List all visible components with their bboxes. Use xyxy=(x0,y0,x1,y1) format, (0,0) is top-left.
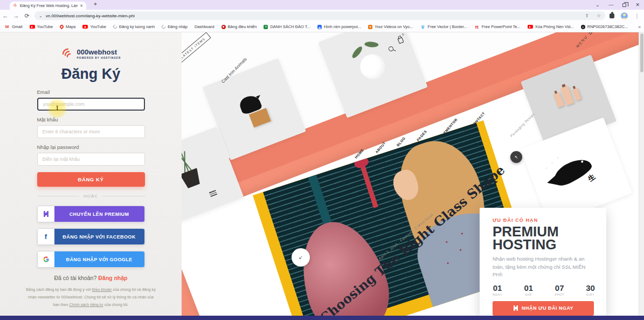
countdown-unit: GIỜ xyxy=(524,293,533,296)
bookmark-item[interactable]: Đăng nhập xyxy=(162,24,188,29)
restore-icon[interactable] xyxy=(622,3,626,7)
countdown-value: 01 xyxy=(524,283,533,292)
scrollbar-thumb[interactable] xyxy=(640,33,643,72)
offer-title-line2: HOSTING xyxy=(493,239,606,251)
bookmark-item[interactable]: Maps xyxy=(60,24,75,29)
signup-button[interactable]: ĐĂNG KÝ xyxy=(37,172,145,187)
page-scrollbar[interactable] xyxy=(639,32,644,316)
reload-icon[interactable]: ⟳ xyxy=(22,12,32,19)
extensions-icon[interactable] xyxy=(610,13,614,18)
crown-icon xyxy=(420,24,426,30)
bookmark-item[interactable]: Bảng điều khiển xyxy=(221,24,257,29)
countdown-timer: 01 NGÀY 01 GIỜ 07 PHÚT 30 GIÂY xyxy=(493,283,595,296)
bookmarks-overflow-icon[interactable]: » xyxy=(638,24,641,30)
bookmark-item[interactable]: Xóa Phông Nền Vid... xyxy=(528,24,574,29)
fish-dots: · · · xyxy=(544,154,561,169)
bookmark-item[interactable]: Hình nền powerpoi... xyxy=(317,24,361,29)
tab-title: Đăng Ký Free Web Hosting. Làm xyxy=(20,3,78,8)
confirm-password-label: Nhập lại password xyxy=(37,144,145,150)
red-circle-icon xyxy=(221,25,226,29)
google-login-button[interactable]: ĐĂNG NHẬP VỚI GOOGLE xyxy=(37,251,145,268)
offer-title: PREMIUM HOSTING xyxy=(493,226,606,251)
countdown-column: 07 PHÚT xyxy=(555,283,564,296)
swirl-icon xyxy=(112,24,117,30)
bookmark-item[interactable]: Dashboard xyxy=(195,24,214,29)
hostinger-h-icon xyxy=(38,206,54,222)
bookmark-item[interactable]: Đăng ký luồng xanh xyxy=(113,24,155,29)
globe-icon xyxy=(581,25,585,29)
login-link[interactable]: Đăng nhập xyxy=(98,275,127,281)
bookmark-item[interactable]: Free PowerPoint Te... xyxy=(474,24,521,30)
orange-v-icon xyxy=(368,25,372,29)
email-label: Email xyxy=(37,89,145,95)
expand-arrow-button: ↖ xyxy=(510,151,522,163)
password-field[interactable] xyxy=(37,125,145,138)
forward-icon[interactable]: → xyxy=(11,12,22,19)
pi-icon xyxy=(474,24,480,30)
upgrade-premium-button[interactable]: CHUYỂN LÊN PREMIUM xyxy=(37,206,145,222)
signup-form: Email I Mật khẩu Nhập lại password ĐĂNG … xyxy=(37,89,145,268)
countdown-value: 30 xyxy=(586,283,595,292)
fish-kanji: 生 xyxy=(586,172,597,184)
site-info-chevron-icon[interactable]: ⌄ xyxy=(39,13,43,18)
bookmark-star-icon[interactable]: ☆ xyxy=(597,13,601,18)
signup-panel: 000webhost POWERED BY HOSTINGER Đăng Ký … xyxy=(0,32,182,316)
menu-kebab-icon[interactable]: ⋮ xyxy=(634,13,640,19)
terms-link[interactable]: Điều khoản xyxy=(92,287,112,292)
share-icon[interactable]: ⇧ xyxy=(585,13,589,18)
window-controls: ⌄ — ✕ xyxy=(595,0,642,10)
countdown-unit: GIÂY xyxy=(586,293,595,296)
new-tab-button[interactable]: + xyxy=(92,1,99,7)
brand-name: 000webhost xyxy=(77,49,121,56)
youtube-icon xyxy=(82,25,88,29)
google-icon xyxy=(38,251,54,267)
bookmark-item[interactable]: RNP0026738C3B2C... xyxy=(581,24,628,29)
countdown-value: 01 xyxy=(493,283,502,292)
claim-offer-button[interactable]: NHẬN ƯU ĐÃI NGAY xyxy=(493,301,594,316)
login-prompt: Đã có tài khoản? Đăng nhập xyxy=(0,275,182,281)
countdown-column: 01 NGÀY xyxy=(493,283,502,296)
facebook-login-button[interactable]: f ĐĂNG NHẬP VỚI FACEBOOK xyxy=(37,228,145,245)
or-divider-label: HOẶC xyxy=(84,194,98,199)
scroll-circle-button: ↙ xyxy=(292,248,310,267)
countdown-unit: PHÚT xyxy=(555,293,564,296)
legal-text-3: của chúng tôi. xyxy=(103,302,129,307)
bookmark-item[interactable]: DANH SÁCH ĐÀO T... xyxy=(264,24,310,29)
url-text[interactable]: vn.000webhost.com/dang-ky-website-mien-p… xyxy=(46,13,582,18)
profile-avatar[interactable] xyxy=(621,12,628,19)
countdown-column: 01 GIỜ xyxy=(524,283,533,296)
bookmark-item[interactable]: Free Vector | Border... xyxy=(420,24,467,30)
browser-tab[interactable]: Đăng Ký Free Web Hosting. Làm ✕ xyxy=(10,2,86,10)
tab-close-icon[interactable]: ✕ xyxy=(80,4,83,8)
facebook-icon: f xyxy=(38,229,54,244)
bookmark-item[interactable]: YouTube xyxy=(82,24,106,29)
bookmark-item[interactable]: YouTube xyxy=(30,24,53,29)
confirm-password-field[interactable] xyxy=(37,153,145,166)
brand-tagline: POWERED BY HOSTINGER xyxy=(77,57,121,59)
youtube-icon xyxy=(30,25,35,29)
claim-offer-label: NHẬN ƯU ĐÃI NGAY xyxy=(522,305,573,311)
login-prompt-text: Đã có tài khoản? xyxy=(54,275,97,281)
youtube-icon xyxy=(528,25,533,29)
image-icon xyxy=(317,25,322,29)
countdown-column: 30 GIÂY xyxy=(586,283,595,296)
countdown-unit: NGÀY xyxy=(493,293,502,296)
countdown-value: 07 xyxy=(555,283,564,292)
close-icon[interactable]: ✕ xyxy=(635,2,640,8)
minimize-icon[interactable]: — xyxy=(608,2,613,8)
browser-toolbar: ← → ⟳ ⌄ vn.000webhost.com/dang-ky-websit… xyxy=(0,10,644,22)
site-favicon-icon xyxy=(13,3,18,8)
gmail-icon xyxy=(4,24,10,30)
or-divider: HOẶC xyxy=(37,194,145,199)
bottom-footer-strip xyxy=(0,316,644,320)
bookmark-item[interactable]: Your Videos on Vyo... xyxy=(368,24,413,29)
page-title: Đăng Ký xyxy=(0,66,182,83)
titlebar-chevron-icon[interactable]: ⌄ xyxy=(595,2,600,8)
swirl-icon xyxy=(161,24,167,30)
facebook-login-label: ĐĂNG NHẬP VỚI FACEBOOK xyxy=(54,229,144,244)
address-bar[interactable]: ⌄ vn.000webhost.com/dang-ky-website-mien… xyxy=(34,11,605,20)
back-icon[interactable]: ← xyxy=(0,12,11,19)
bookmark-item[interactable]: Gmail xyxy=(4,24,23,30)
brand-logo: 000webhost POWERED BY HOSTINGER xyxy=(0,47,182,60)
privacy-policy-link[interactable]: Chính sách riêng tư xyxy=(70,302,103,307)
